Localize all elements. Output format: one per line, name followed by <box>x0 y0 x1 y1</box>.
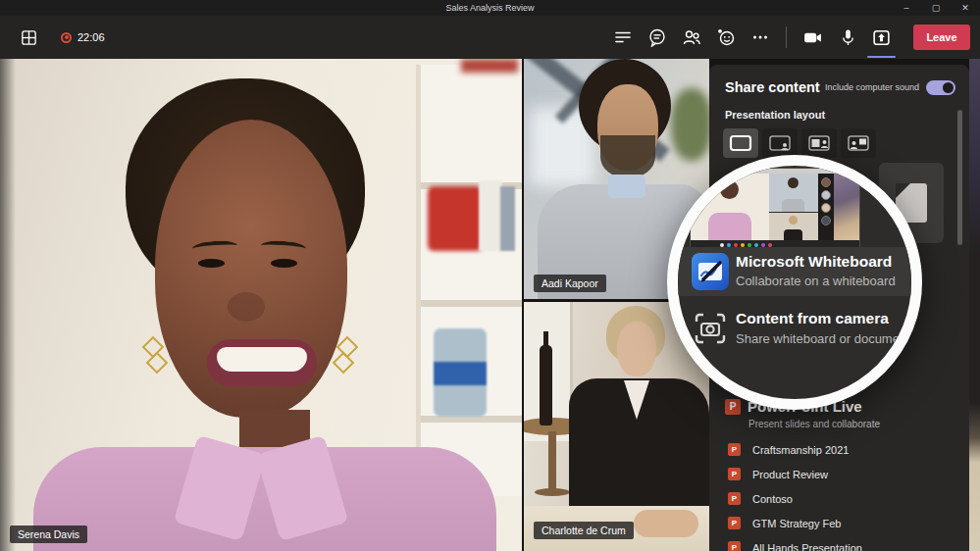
powerpoint-live-section: P PowerPoint Live Present slides and col… <box>709 398 969 551</box>
bookshelf <box>416 65 522 496</box>
blue-canister <box>434 328 487 417</box>
camera-icon[interactable] <box>797 22 829 53</box>
content-from-camera-item[interactable]: Content from camera Share whiteboard or … <box>675 301 922 354</box>
leave-button[interactable]: Leave <box>913 25 970 50</box>
mini-tile <box>769 174 818 212</box>
red-books <box>428 186 483 251</box>
recording-indicator: 22:06 <box>61 31 105 43</box>
whiteboard-icon <box>691 252 730 291</box>
meeting-stage: Serena Davis Aadi Kapoor <box>0 59 980 551</box>
smile <box>217 347 307 372</box>
people-icon[interactable] <box>675 22 707 53</box>
teams-meeting-window: Sales Analysis Review – ▢ ✕ 22:06 <box>0 0 980 551</box>
file-row[interactable]: P Product Review <box>709 462 969 486</box>
toolbar-right: Leave <box>606 22 980 53</box>
red-object <box>461 59 518 73</box>
panel-scrollbar[interactable] <box>957 110 962 245</box>
powerpoint-file-list: P Craftsmanship 2021 P Product Review P … <box>709 429 969 551</box>
mini-tile <box>769 213 818 240</box>
toolbar-left: 22:06 <box>0 22 105 53</box>
window-controls: – ▢ ✕ <box>892 0 980 16</box>
menu-lines-icon[interactable] <box>606 22 639 53</box>
content-camera-icon <box>691 309 730 348</box>
scene-shadow <box>0 59 16 551</box>
microsoft-whiteboard-item[interactable]: Microsoft Whiteboard Collaborate on a wh… <box>675 247 922 296</box>
white-book <box>479 180 502 251</box>
magnifier-circle: Microsoft Whiteboard Collaborate on a wh… <box>667 155 922 410</box>
powerpoint-live-subtitle: Present slides and collaborate <box>709 415 954 429</box>
share-screen-icon[interactable] <box>865 22 898 53</box>
participant-name-tag: Serena Davis <box>10 526 87 543</box>
reactions-icon[interactable] <box>709 22 742 53</box>
maximize-button[interactable]: ▢ <box>921 0 951 16</box>
more-icon[interactable] <box>744 22 776 53</box>
blue-book <box>500 186 515 251</box>
powerpoint-file-icon: P <box>728 468 741 480</box>
participant-name-tag: Charlotte de Crum <box>534 522 634 539</box>
chat-icon[interactable] <box>641 22 673 53</box>
minimize-button[interactable]: – <box>892 0 921 16</box>
plant <box>671 88 709 161</box>
bottle <box>540 345 552 426</box>
file-row[interactable]: P Contoso <box>709 486 969 511</box>
person-face <box>617 322 656 376</box>
close-button[interactable]: ✕ <box>951 0 980 16</box>
stage-edge-strip <box>969 59 980 551</box>
file-row[interactable]: P Craftsmanship 2021 <box>709 437 969 462</box>
toolbar-divider <box>786 26 787 48</box>
screen-share-thumbnail[interactable] <box>691 169 859 249</box>
file-row[interactable]: P GTM Strategy Feb <box>709 511 969 535</box>
title-bar: Sales Analysis Review – ▢ ✕ <box>0 0 980 16</box>
powerpoint-file-icon: P <box>728 517 741 529</box>
microphone-icon[interactable] <box>831 22 863 53</box>
participant-name-tag: Aadi Kapoor <box>534 275 606 292</box>
powerpoint-file-icon: P <box>728 492 741 505</box>
gallery-grid-icon[interactable] <box>13 22 45 53</box>
video-tile-serena[interactable]: Serena Davis <box>0 59 522 551</box>
record-dot-icon <box>61 32 72 43</box>
mini-avatar-strip <box>818 174 834 240</box>
magnified-content: Microsoft Whiteboard Collaborate on a wh… <box>678 166 911 399</box>
powerpoint-file-icon: P <box>728 443 741 456</box>
meeting-timer: 22:06 <box>77 31 105 43</box>
powerpoint-file-icon: P <box>728 541 741 551</box>
powerpoint-icon: P <box>725 399 741 415</box>
file-row[interactable]: P All Hands Presentation <box>709 535 969 551</box>
window-title: Sales Analysis Review <box>445 3 534 13</box>
meeting-toolbar: 22:06 <box>0 16 980 59</box>
